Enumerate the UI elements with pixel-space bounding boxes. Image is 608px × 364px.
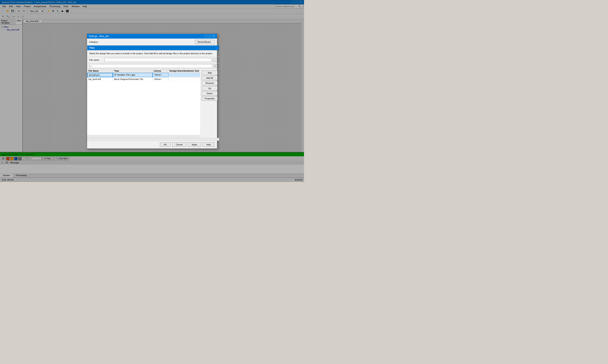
- modal-close[interactable]: ✕: [212, 35, 215, 38]
- modal-overlay: Settings - Nios_led ─ □ ✕ Category: Devi…: [0, 0, 304, 182]
- modal-title-bar: Settings - Nios_led ─ □ ✕: [87, 34, 217, 39]
- filter-clear-button[interactable]: ×: [213, 64, 217, 68]
- col-header-filename: File Name: [87, 69, 113, 73]
- ok-button[interactable]: OK: [160, 143, 171, 147]
- device-board-button[interactable]: Device/Board...: [195, 40, 215, 44]
- table-body: kernel/synt... IP Variation File (.qip) …: [87, 73, 200, 135]
- modal-header-row: Category: Device/Board...: [87, 39, 217, 46]
- file-row-library-1: <None>: [153, 73, 168, 77]
- file-name-input[interactable]: [104, 58, 211, 62]
- file-row-type-2: Block Diagram/Schematic File: [113, 77, 153, 81]
- modal-controls: ─ □ ✕: [204, 35, 215, 38]
- up-button[interactable]: Up: [202, 86, 217, 91]
- file-name-row: File name: …: [87, 57, 219, 63]
- remove-button[interactable]: Remove: [202, 81, 217, 85]
- file-row-filename-1: kernel/synt...: [87, 73, 113, 77]
- file-row-library-2: <None>: [153, 77, 168, 81]
- app-window: Quartus Prime Standard Edition - F:/qrs_…: [0, 0, 304, 182]
- file-row-filename-2: top_level.bdf: [87, 77, 113, 81]
- modal-right-panel: Files Select the design files you want t…: [87, 46, 219, 141]
- down-button[interactable]: Down: [202, 91, 217, 96]
- modal-minimize[interactable]: ─: [204, 35, 207, 38]
- v-scroll-placeholder: [87, 138, 219, 141]
- apply-button[interactable]: Apply: [188, 143, 201, 147]
- modal-restore[interactable]: □: [208, 35, 211, 38]
- action-buttons: Add Add All Remove Up Down Properties: [200, 69, 219, 138]
- col-header-design: Design Entry/Synthesis Tool: [168, 69, 200, 73]
- files-table: File Name Type Library Design Entry/Synt…: [87, 69, 200, 138]
- table-h-scroll[interactable]: [87, 135, 200, 138]
- modal-footer: OK Cancel Apply Help: [87, 141, 217, 148]
- section-header: Files: [87, 46, 219, 50]
- file-row-design-1: [168, 73, 200, 77]
- col-header-library: Library: [153, 69, 168, 73]
- table-row[interactable]: top_level.bdf Block Diagram/Schematic Fi…: [87, 77, 200, 81]
- add-all-button[interactable]: Add All: [202, 76, 217, 80]
- file-name-label: File name:: [89, 59, 103, 61]
- file-row-design-2: [168, 77, 200, 81]
- table-row[interactable]: kernel/synt... IP Variation File (.qip) …: [87, 73, 200, 77]
- table-header: File Name Type Library Design Entry/Synt…: [87, 69, 200, 73]
- filter-row: ×: [87, 63, 219, 69]
- settings-modal: Settings - Nios_led ─ □ ✕ Category: Devi…: [87, 33, 217, 149]
- files-with-actions: File Name Type Library Design Entry/Synt…: [87, 69, 219, 138]
- cancel-button[interactable]: Cancel: [172, 143, 186, 147]
- help-button[interactable]: Help: [202, 143, 214, 147]
- file-row-type-1: IP Variation File (.qip): [113, 73, 153, 77]
- section-desc: Select the design files you want to incl…: [87, 50, 219, 57]
- col-header-type: Type: [113, 69, 153, 73]
- add-button[interactable]: Add: [202, 71, 217, 75]
- modal-body: General Files Libraries ▸ IP Settings IP…: [87, 46, 217, 141]
- file-browse-button[interactable]: …: [213, 58, 217, 62]
- h-scroll-track[interactable]: [87, 135, 200, 138]
- filter-input[interactable]: [89, 64, 212, 68]
- category-label: Category:: [89, 41, 99, 43]
- modal-title: Settings - Nios_led: [89, 35, 109, 38]
- properties-button[interactable]: Properties: [202, 96, 217, 101]
